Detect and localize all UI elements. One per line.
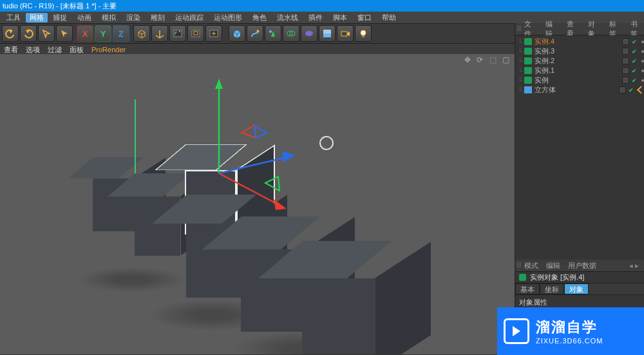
svg-point-5: [269, 30, 272, 33]
object-row[interactable]: └实例.4✔: [515, 37, 644, 46]
menu-item[interactable]: 网格: [26, 13, 48, 23]
menu-item[interactable]: 动画: [72, 13, 97, 23]
instance-icon: [524, 48, 532, 55]
live-select-button[interactable]: [56, 25, 73, 42]
field-button[interactable]: [301, 25, 317, 42]
undo-button[interactable]: [2, 25, 19, 42]
viewport-menu-item[interactable]: 查看: [4, 45, 18, 55]
generator-button[interactable]: [265, 25, 281, 42]
phong-tag-icon[interactable]: [637, 86, 644, 94]
instance-icon: [524, 67, 532, 74]
svg-point-12: [361, 30, 366, 35]
enable-check-icon[interactable]: ✔: [632, 58, 637, 64]
svg-point-1: [179, 31, 180, 32]
viewport-menu-item[interactable]: 面板: [70, 45, 84, 55]
object-flags[interactable]: ✔: [622, 67, 644, 74]
tree-dash-icon: └: [518, 77, 524, 84]
menu-item[interactable]: 捕捉: [48, 13, 72, 23]
primitive-cube-button[interactable]: [229, 25, 245, 42]
object-flags[interactable]: ✔: [622, 38, 644, 45]
object-flags[interactable]: ✔: [622, 57, 644, 64]
render-region-button[interactable]: [187, 25, 204, 42]
attribute-section-label: 对象属性: [519, 298, 640, 307]
scene-cube: [303, 241, 455, 354]
visibility-toggle[interactable]: [622, 77, 629, 84]
svg-rect-10: [323, 30, 331, 34]
menu-item[interactable]: 雕刻: [146, 13, 170, 23]
menu-item[interactable]: 工具: [1, 13, 26, 23]
visibility-toggle[interactable]: [622, 67, 629, 74]
select-tool-button[interactable]: [38, 25, 55, 42]
viewport-perspective[interactable]: ✥ ⟳ ⬚ ▢: [0, 54, 515, 354]
viewport-menu-prorender[interactable]: ProRender: [91, 46, 126, 53]
menu-item[interactable]: 角色: [247, 13, 272, 23]
axis-x-button[interactable]: X: [77, 25, 93, 42]
menu-item[interactable]: 模拟: [97, 13, 121, 23]
menu-item[interactable]: 渲染: [121, 13, 146, 23]
viewport-menu-item[interactable]: 过滤: [48, 45, 62, 55]
enable-check-icon[interactable]: ✔: [629, 87, 634, 93]
enable-check-icon[interactable]: ✔: [632, 48, 637, 55]
attr-subtab[interactable]: 坐标: [540, 283, 564, 294]
object-flags[interactable]: ✔: [622, 48, 644, 55]
light-button[interactable]: [355, 25, 372, 42]
menu-item[interactable]: 流水线: [272, 13, 303, 23]
object-manager-list[interactable]: └实例.4✔└实例.3✔└实例.2✔└实例.1✔└实例✔└立方体✔: [515, 35, 644, 96]
object-row[interactable]: └实例.2✔: [515, 56, 644, 66]
object-flags[interactable]: ✔: [619, 86, 644, 93]
deformer-button[interactable]: [283, 25, 299, 42]
render-settings-button[interactable]: [205, 25, 222, 42]
cube-tool-button[interactable]: [133, 25, 150, 42]
object-name: 实例: [535, 75, 622, 85]
object-name: 实例.4: [535, 37, 622, 46]
render-button[interactable]: [169, 25, 186, 42]
attr-subtab[interactable]: 基本: [515, 283, 540, 294]
spline-pen-button[interactable]: [247, 25, 263, 42]
object-row[interactable]: └实例.3✔: [515, 46, 644, 56]
redo-button[interactable]: [20, 25, 37, 42]
svg-line-17: [219, 173, 280, 206]
corner-icon[interactable]: ⠿: [516, 25, 522, 34]
window-titlebar: tudio (RC - R19) - [未标题 1 *] - 主要: [0, 0, 644, 12]
object-flags[interactable]: ✔: [622, 77, 644, 84]
object-row[interactable]: └立方体✔: [515, 85, 644, 95]
enable-check-icon[interactable]: ✔: [632, 77, 637, 84]
axis-y-button[interactable]: Y: [95, 25, 111, 42]
instance-icon: [524, 57, 532, 64]
svg-line-19: [219, 157, 287, 173]
chevron-icon[interactable]: ◂ ▸: [629, 262, 639, 270]
menu-item[interactable]: 运动图形: [209, 13, 247, 23]
visibility-toggle[interactable]: [622, 48, 629, 55]
banner-title: 溜溜自学: [536, 318, 603, 337]
menu-item[interactable]: 窗口: [352, 13, 377, 23]
menu-item[interactable]: 运动跟踪: [170, 13, 209, 23]
enable-check-icon[interactable]: ✔: [632, 39, 637, 45]
viewport-nav-icons[interactable]: ✥ ⟳ ⬚ ▢: [464, 55, 511, 64]
attr-subtab[interactable]: 对象: [564, 283, 589, 294]
attr-tab[interactable]: 编辑: [546, 261, 560, 271]
visibility-toggle[interactable]: [619, 86, 626, 93]
menu-item[interactable]: 插件: [303, 13, 328, 23]
tree-dash-icon: └: [518, 67, 524, 75]
attr-tab[interactable]: 用户数据: [568, 261, 596, 271]
attr-tab[interactable]: 模式: [524, 261, 538, 271]
dot-icon: [641, 70, 644, 72]
menu-item[interactable]: 帮助: [377, 13, 401, 23]
camera-button[interactable]: [337, 25, 354, 42]
object-row[interactable]: └实例.1✔: [515, 66, 644, 75]
viewport-menu-item[interactable]: 选项: [26, 45, 40, 55]
environment-button[interactable]: [319, 25, 336, 42]
visibility-toggle[interactable]: [622, 38, 629, 45]
object-row[interactable]: └实例✔: [515, 75, 644, 85]
banner-subtitle: ZIXUE.3D66.COM: [536, 337, 603, 345]
object-name: 实例.1: [535, 66, 622, 75]
visibility-toggle[interactable]: [622, 57, 629, 64]
axis-z-button[interactable]: Z: [113, 25, 129, 42]
svg-marker-20: [282, 151, 295, 162]
coord-tool-button[interactable]: [151, 25, 168, 42]
svg-rect-13: [362, 35, 365, 37]
move-gizmo[interactable]: [193, 73, 361, 241]
enable-check-icon[interactable]: ✔: [632, 68, 637, 74]
menu-item[interactable]: 脚本: [328, 13, 352, 23]
corner-icon[interactable]: ⠿: [516, 262, 522, 270]
